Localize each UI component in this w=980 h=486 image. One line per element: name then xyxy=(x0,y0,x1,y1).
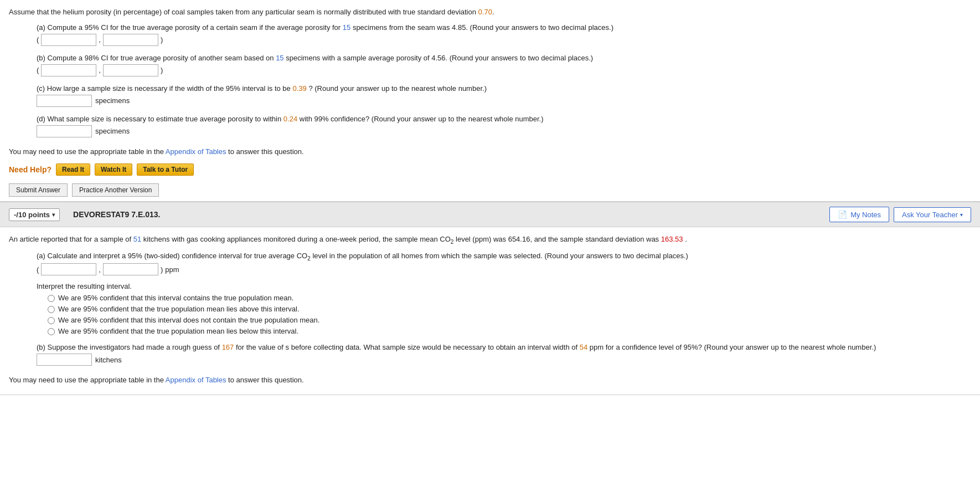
ask-chevron-icon: ▾ xyxy=(960,212,963,218)
section2-part-b-input[interactable] xyxy=(37,354,92,366)
section2-part-a-label: (a) Calculate and interpret a 95% (two-s… xyxy=(37,252,971,262)
radio-input-2[interactable] xyxy=(48,306,55,313)
radio-input-1[interactable] xyxy=(48,295,55,302)
points-label[interactable]: -/10 points ▾ xyxy=(9,208,60,221)
part-d-input-row: specimens xyxy=(37,125,971,137)
radio-option-4: We are 95% confident that the true popul… xyxy=(48,327,971,335)
part-b-ci-row: ( , ) xyxy=(37,64,971,76)
need-help-row: Need Help? Read It Watch It Talk to a Tu… xyxy=(9,163,971,176)
points-left: -/10 points ▾ DEVORESTAT9 7.E.013. xyxy=(9,208,160,221)
radio-option-3: We are 95% confident that this interval … xyxy=(48,316,971,324)
radio-label-2: We are 95% confident that the true popul… xyxy=(58,305,300,313)
need-help-label: Need Help? xyxy=(9,165,51,174)
points-right: 📄 My Notes Ask Your Teacher ▾ xyxy=(829,207,971,222)
part-a-input1[interactable] xyxy=(41,34,96,46)
radio-option-1: We are 95% confident that this interval … xyxy=(48,294,971,302)
talk-to-tutor-button[interactable]: Talk to a Tutor xyxy=(137,163,194,176)
radio-input-4[interactable] xyxy=(48,328,55,335)
part-d-unit: specimens xyxy=(95,127,130,135)
part-c-unit: specimens xyxy=(95,96,130,105)
interpret-label: Interpret the resulting interval. xyxy=(37,282,971,290)
section2-appendix: You may need to use the appropriate tabl… xyxy=(9,375,971,386)
part-b-input1[interactable] xyxy=(41,64,96,76)
section2-ppm-unit: ppm xyxy=(165,265,179,274)
section2-appendix-link[interactable]: Appendix of Tables xyxy=(166,376,226,384)
problem-id: DEVORESTAT9 7.E.013. xyxy=(73,210,160,219)
radio-option-2: We are 95% confident that the true popul… xyxy=(48,305,971,313)
part-c-input-row: specimens xyxy=(37,95,971,107)
section2-part-a-input1[interactable] xyxy=(41,263,96,275)
part-a-ci-row: ( , ) xyxy=(37,34,971,46)
submit-answer-button[interactable]: Submit Answer xyxy=(9,183,68,197)
ask-your-teacher-button[interactable]: Ask Your Teacher ▾ xyxy=(894,207,971,222)
section1-intro-text: Assume that the helium porosity (in perc… xyxy=(9,8,476,16)
part-b-label: (b) Compute a 98% CI for true average po… xyxy=(37,54,971,62)
part-a-label: (a) Compute a 95% CI for the true averag… xyxy=(37,23,971,32)
section1-appendix-link[interactable]: Appendix of Tables xyxy=(166,147,226,156)
submit-row: Submit Answer Practice Another Version xyxy=(9,183,971,197)
section2-part-a-input2[interactable] xyxy=(103,263,158,275)
watch-it-button[interactable]: Watch It xyxy=(95,163,132,176)
part-d-input[interactable] xyxy=(37,125,92,137)
radio-input-3[interactable] xyxy=(48,317,55,324)
part-a-input2[interactable] xyxy=(103,34,158,46)
section1-std-dev: 0.70 xyxy=(478,8,492,16)
practice-another-version-button[interactable]: Practice Another Version xyxy=(72,183,159,197)
radio-label-1: We are 95% confident that this interval … xyxy=(58,294,293,302)
section1-appendix: You may need to use the appropriate tabl… xyxy=(9,146,971,157)
notes-icon: 📄 xyxy=(838,210,847,219)
part-c-label: (c) How large a sample size is necessary… xyxy=(37,84,971,93)
radio-label-3: We are 95% confident that this interval … xyxy=(58,316,319,324)
radio-group: We are 95% confident that this interval … xyxy=(48,294,971,335)
points-bar: -/10 points ▾ DEVORESTAT9 7.E.013. 📄 My … xyxy=(0,202,980,227)
read-it-button[interactable]: Read It xyxy=(56,163,90,176)
part-d-label: (d) What sample size is necessary to est… xyxy=(37,115,971,123)
part-c-input[interactable] xyxy=(37,95,92,107)
my-notes-button[interactable]: 📄 My Notes xyxy=(829,207,889,222)
section1-intro: Assume that the helium porosity (in perc… xyxy=(9,7,971,18)
section2: An article reported that for a sample of… xyxy=(0,227,980,395)
chevron-icon: ▾ xyxy=(52,212,55,218)
section2-part-b-label: (b) Suppose the investigators had made a… xyxy=(37,343,971,351)
part-b-input2[interactable] xyxy=(103,64,158,76)
section2-part-b-unit: kitchens xyxy=(95,356,122,364)
radio-label-4: We are 95% confident that the true popul… xyxy=(58,327,298,335)
section2-intro: An article reported that for a sample of… xyxy=(9,234,971,246)
section2-part-b-input-row: kitchens xyxy=(37,354,971,366)
section1: Assume that the helium porosity (in perc… xyxy=(0,0,980,202)
section2-part-a-ci-row: ( , ) ppm xyxy=(37,263,971,275)
